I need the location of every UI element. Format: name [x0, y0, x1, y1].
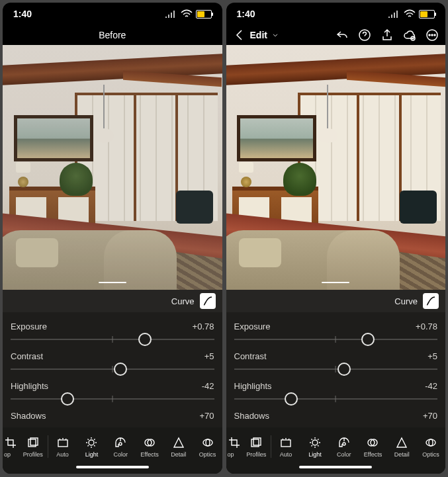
slider-track[interactable]: [234, 392, 438, 406]
tool-crop[interactable]: op: [3, 427, 19, 466]
tool-label: Profiles: [23, 451, 43, 458]
more-icon[interactable]: [426, 28, 439, 42]
light-icon: [85, 436, 98, 449]
tool-optics[interactable]: Optics: [416, 427, 445, 466]
tool-detail[interactable]: Detail: [387, 427, 416, 466]
svg-point-7: [203, 439, 212, 446]
header: Before: [3, 25, 222, 45]
slider-track[interactable]: [11, 333, 214, 346]
svg-point-23: [429, 439, 433, 446]
slider-track[interactable]: [234, 333, 438, 346]
header: Edit: [226, 25, 446, 45]
slider-value: +70: [199, 411, 214, 421]
slider-value: +70: [423, 411, 437, 421]
wifi-icon: [403, 7, 416, 21]
tool-profiles[interactable]: Profiles: [19, 427, 48, 466]
tool-label: Optics: [199, 451, 216, 458]
color-icon: [337, 436, 351, 449]
cloud-icon[interactable]: [403, 28, 416, 42]
help-icon[interactable]: [358, 28, 371, 42]
phone-before: 1:40 Before Curve Exposure+0.78Contrast+…: [3, 3, 222, 474]
back-icon[interactable]: [233, 28, 246, 42]
profiles-icon: [26, 436, 40, 449]
home-indicator[interactable]: [3, 466, 222, 474]
home-indicator[interactable]: [226, 466, 446, 474]
slider-label: Exposure: [11, 322, 47, 331]
tool-label: Color: [113, 451, 128, 458]
effects-icon: [366, 436, 379, 449]
tool-label: Auto: [56, 451, 69, 458]
slider-track[interactable]: [11, 363, 214, 376]
svg-point-4: [119, 443, 122, 445]
slider-knob[interactable]: [361, 333, 375, 346]
tool-auto[interactable]: Auto: [271, 427, 300, 466]
drag-handle[interactable]: [99, 282, 126, 283]
tool-effects[interactable]: Effects: [135, 427, 164, 466]
tool-color[interactable]: Color: [106, 427, 135, 466]
photo-preview[interactable]: [226, 45, 446, 290]
tool-optics[interactable]: Optics: [193, 427, 222, 466]
photo-preview[interactable]: [3, 45, 222, 290]
tool-light[interactable]: Light: [77, 427, 107, 466]
slider-label: Highlights: [11, 381, 48, 391]
tool-profiles[interactable]: Profiles: [242, 427, 271, 466]
svg-point-18: [312, 440, 318, 445]
tool-color[interactable]: Color: [330, 427, 359, 466]
slider-knob[interactable]: [337, 363, 351, 376]
tool-label: Color: [337, 451, 351, 458]
status-bar: 1:40: [3, 3, 222, 25]
slider-knob[interactable]: [61, 392, 74, 406]
svg-point-12: [429, 34, 430, 36]
tool-crop[interactable]: op: [226, 427, 242, 466]
tool-auto[interactable]: Auto: [48, 427, 77, 466]
slider-knob[interactable]: [285, 392, 298, 406]
drag-handle[interactable]: [322, 282, 349, 283]
slider-knob[interactable]: [114, 363, 127, 376]
tool-label: Detail: [394, 451, 410, 458]
status-bar: 1:40: [226, 3, 446, 25]
svg-rect-2: [58, 440, 67, 447]
svg-point-14: [434, 34, 435, 36]
slider-label: Shadows: [234, 411, 269, 421]
curve-label: Curve: [394, 296, 418, 306]
svg-point-13: [431, 34, 433, 36]
auto-icon: [279, 436, 292, 449]
sliders-panel: Exposure+0.78Contrast+5Highlights-42Shad…: [226, 312, 446, 427]
slider-label: Shadows: [11, 411, 46, 421]
tool-label: Light: [85, 451, 99, 458]
curve-label: Curve: [171, 296, 195, 306]
svg-rect-17: [281, 440, 291, 447]
auto-icon: [56, 436, 69, 449]
slider-value: -42: [425, 381, 437, 391]
tool-label: Detail: [171, 451, 186, 458]
svg-point-19: [343, 443, 345, 445]
tool-label: Auto: [280, 451, 292, 458]
optics-icon: [201, 436, 214, 449]
effects-icon: [143, 436, 156, 449]
status-time: 1:40: [237, 9, 255, 19]
tool-effects[interactable]: Effects: [359, 427, 388, 466]
chevron-down-icon[interactable]: [271, 28, 279, 42]
tool-label: Light: [308, 451, 322, 458]
color-icon: [114, 436, 127, 449]
tool-label: Effects: [140, 451, 158, 458]
tool-light[interactable]: Light: [300, 427, 330, 466]
signal-icon: [164, 7, 177, 21]
curve-button[interactable]: [200, 293, 216, 309]
slider-track[interactable]: [11, 392, 214, 406]
svg-point-3: [89, 440, 94, 445]
header-title[interactable]: Edit: [250, 30, 267, 40]
tool-label: op: [4, 451, 11, 458]
slider-label: Highlights: [234, 381, 272, 391]
slider-track[interactable]: [234, 363, 438, 376]
share-icon[interactable]: [381, 28, 394, 42]
undo-icon[interactable]: [336, 28, 349, 42]
tool-detail[interactable]: Detail: [164, 427, 193, 466]
slider-knob[interactable]: [138, 333, 152, 346]
slider-label: Contrast: [11, 351, 43, 361]
battery-icon: [196, 10, 212, 19]
slider-value: +5: [427, 351, 437, 361]
curve-button[interactable]: [423, 293, 439, 309]
tool-label: op: [228, 451, 234, 458]
battery-icon: [419, 10, 435, 19]
